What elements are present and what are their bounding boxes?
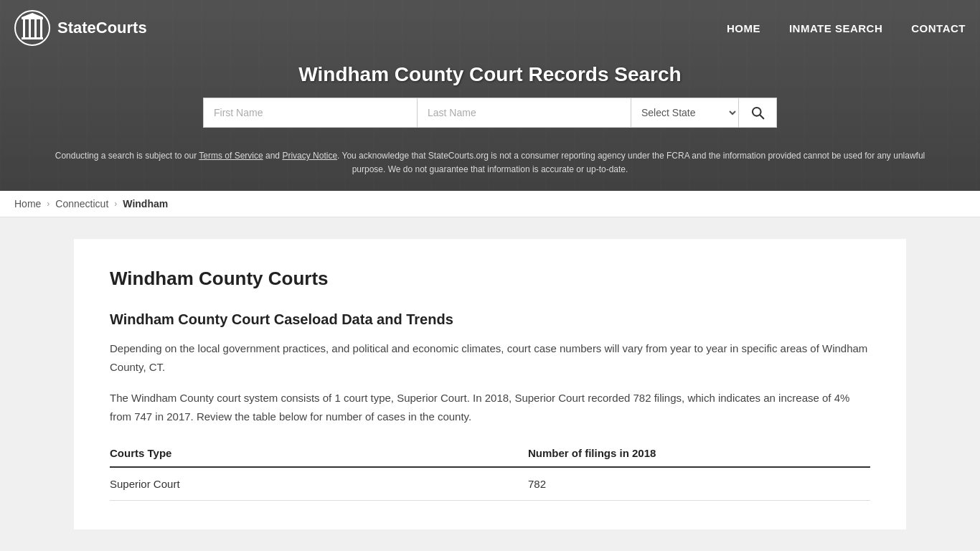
search-section: Windham County Court Records Search Sele… — [0, 56, 980, 142]
nav-inmate-search[interactable]: INMATE SEARCH — [789, 22, 882, 34]
svg-rect-4 — [29, 19, 31, 37]
privacy-link[interactable]: Privacy Notice — [282, 151, 337, 161]
logo-icon — [14, 10, 50, 46]
svg-line-9 — [760, 115, 763, 118]
main-content: Windham County Courts Windham County Cou… — [74, 239, 906, 529]
disclaimer-text-after: . You acknowledge that StateCourts.org i… — [337, 151, 925, 174]
table-row: Superior Court 782 — [110, 467, 870, 501]
svg-rect-5 — [34, 19, 37, 37]
breadcrumb-current: Windham — [123, 198, 168, 209]
header-inner: StateCourts HOME INMATE SEARCH CONTACT W… — [0, 0, 980, 191]
breadcrumb: Home › Connecticut › Windham — [0, 191, 980, 217]
nav-contact[interactable]: CONTACT — [911, 22, 966, 34]
search-bar: Select StateAlabamaAlaskaArizonaArkansas… — [203, 98, 777, 128]
filings-cell: 782 — [528, 467, 870, 501]
main-nav: StateCourts HOME INMATE SEARCH CONTACT — [0, 0, 980, 56]
search-icon — [750, 105, 765, 120]
svg-marker-7 — [22, 13, 43, 17]
col-header-court-type: Courts Type — [110, 440, 528, 467]
site-header: StateCourts HOME INMATE SEARCH CONTACT W… — [0, 0, 980, 191]
search-title: Windham County Court Records Search — [298, 63, 681, 86]
search-button[interactable] — [739, 98, 776, 127]
site-logo[interactable]: StateCourts — [14, 10, 147, 46]
breadcrumb-sep-1: › — [47, 199, 50, 209]
caseload-table: Courts Type Number of filings in 2018 Su… — [110, 440, 870, 501]
nav-links: HOME INMATE SEARCH CONTACT — [727, 22, 966, 34]
breadcrumb-home[interactable]: Home — [14, 198, 41, 209]
svg-rect-2 — [22, 17, 43, 19]
logo-text: StateCourts — [57, 19, 147, 37]
table-header-row: Courts Type Number of filings in 2018 — [110, 440, 870, 467]
court-type-cell: Superior Court — [110, 467, 528, 501]
paragraph-1: Depending on the local government practi… — [110, 339, 870, 376]
nav-home[interactable]: HOME — [727, 22, 760, 34]
last-name-input[interactable] — [418, 98, 631, 127]
page-title: Windham County Courts — [110, 268, 870, 290]
breadcrumb-sep-2: › — [114, 199, 117, 209]
disclaimer-text-before: Conducting a search is subject to our — [55, 151, 199, 161]
svg-rect-6 — [40, 19, 42, 37]
breadcrumb-state[interactable]: Connecticut — [55, 198, 108, 209]
disclaimer-text-between: and — [263, 151, 283, 161]
svg-rect-1 — [22, 37, 43, 39]
tos-link[interactable]: Terms of Service — [199, 151, 263, 161]
section-title: Windham County Court Caseload Data and T… — [110, 311, 870, 328]
first-name-input[interactable] — [204, 98, 418, 127]
col-header-filings: Number of filings in 2018 — [528, 440, 870, 467]
disclaimer: Conducting a search is subject to our Te… — [0, 142, 980, 191]
paragraph-2: The Windham County court system consists… — [110, 389, 870, 425]
state-select[interactable]: Select StateAlabamaAlaskaArizonaArkansas… — [631, 98, 739, 127]
svg-rect-3 — [23, 19, 25, 37]
